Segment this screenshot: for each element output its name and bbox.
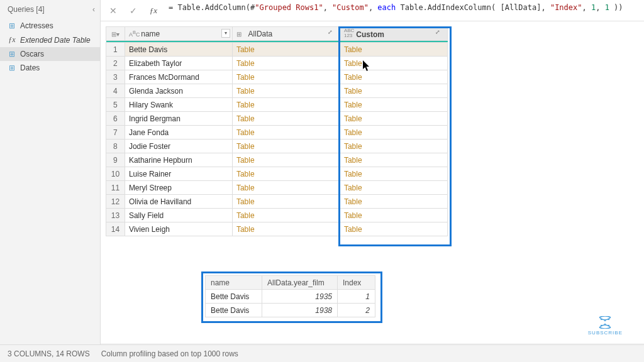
- table-link[interactable]: Table: [344, 128, 362, 137]
- cell-alldata[interactable]: Table: [232, 222, 340, 236]
- row-number[interactable]: 8: [106, 140, 125, 153]
- table-row[interactable]: 11Meryl StreepTableTable: [106, 181, 448, 195]
- cell-custom[interactable]: Table: [340, 153, 447, 167]
- table-link[interactable]: Table: [236, 87, 255, 96]
- cell-name[interactable]: Luise Rainer: [125, 167, 232, 181]
- row-number[interactable]: 9: [106, 153, 125, 167]
- table-link[interactable]: Table: [236, 142, 255, 151]
- table-link[interactable]: Table: [236, 59, 255, 68]
- preview-row[interactable]: Bette Davis19382: [206, 304, 375, 317]
- cell-custom[interactable]: Table: [340, 140, 447, 153]
- cell-name[interactable]: Elizabeth Taylor: [125, 57, 232, 70]
- row-number[interactable]: 4: [106, 84, 125, 98]
- table-link[interactable]: Table: [236, 114, 255, 123]
- cell-custom[interactable]: Table: [340, 195, 447, 209]
- cell-alldata[interactable]: Table: [232, 84, 340, 98]
- cell-name[interactable]: Bette Davis: [125, 43, 232, 57]
- cell-alldata[interactable]: Table: [232, 140, 340, 153]
- filter-dropdown-icon[interactable]: ▾: [221, 29, 230, 38]
- table-row[interactable]: 4Glenda JacksonTableTable: [106, 84, 448, 98]
- data-grid[interactable]: ⊞▾ ABC name ▾ ⊞ AllData ⤢ ABC123 Custom: [106, 26, 448, 236]
- cell-custom[interactable]: Table: [340, 57, 447, 70]
- table-row[interactable]: 3Frances McDormandTableTable: [106, 70, 448, 84]
- cell-custom[interactable]: Table: [340, 167, 447, 181]
- query-item-dates[interactable]: ⊞Dates: [0, 61, 100, 75]
- cell-name[interactable]: Hilary Swank: [125, 98, 232, 112]
- cell-name[interactable]: Katharine Hepburn: [125, 153, 232, 167]
- formula-input[interactable]: = Table.AddColumn(#"Grouped Rows1", "Cus…: [165, 3, 640, 18]
- query-item-extended-date-table[interactable]: ƒxExtended Date Table: [0, 33, 100, 47]
- preview-col-name[interactable]: name: [206, 276, 262, 290]
- row-number[interactable]: 5: [106, 98, 125, 112]
- table-row[interactable]: 10Luise RainerTableTable: [106, 167, 448, 181]
- table-row[interactable]: 2Elizabeth TaylorTableTable: [106, 57, 448, 70]
- table-row[interactable]: 13Sally FieldTableTable: [106, 209, 448, 222]
- table-link[interactable]: Table: [344, 197, 362, 206]
- table-link[interactable]: Table: [236, 225, 255, 234]
- cell-custom[interactable]: Table: [340, 222, 447, 236]
- cell-alldata[interactable]: Table: [232, 112, 340, 126]
- cell-custom[interactable]: Table: [340, 98, 447, 112]
- collapse-sidebar-icon[interactable]: ‹: [92, 5, 95, 14]
- cell-custom[interactable]: Table: [340, 181, 447, 195]
- cell-name[interactable]: Ingrid Bergman: [125, 112, 232, 126]
- row-number[interactable]: 6: [106, 112, 125, 126]
- cell-custom[interactable]: Table: [340, 43, 447, 57]
- table-link[interactable]: Table: [344, 211, 362, 220]
- cell-alldata[interactable]: Table: [232, 153, 340, 167]
- table-row[interactable]: 5Hilary SwankTableTable: [106, 98, 448, 112]
- row-number[interactable]: 14: [106, 222, 125, 236]
- table-row[interactable]: 6Ingrid BergmanTableTable: [106, 112, 448, 126]
- cell-name[interactable]: Frances McDormand: [125, 70, 232, 84]
- table-row[interactable]: 14Vivien LeighTableTable: [106, 222, 448, 236]
- preview-table[interactable]: name AllData.year_film Index Bette Davis…: [205, 275, 375, 317]
- cell-name[interactable]: Jane Fonda: [125, 126, 232, 140]
- row-number[interactable]: 12: [106, 195, 125, 209]
- cell-name[interactable]: Glenda Jackson: [125, 84, 232, 98]
- column-header-custom[interactable]: ABC123 Custom ⤢: [340, 27, 447, 41]
- table-link[interactable]: Table: [236, 101, 255, 109]
- cell-alldata[interactable]: Table: [232, 57, 340, 70]
- cell-alldata[interactable]: Table: [232, 181, 340, 195]
- table-row[interactable]: 9Katharine HepburnTableTable: [106, 153, 448, 167]
- table-link[interactable]: Table: [344, 59, 362, 68]
- cell-alldata[interactable]: Table: [232, 195, 340, 209]
- table-row[interactable]: 1Bette DavisTableTable: [106, 43, 448, 57]
- row-number[interactable]: 13: [106, 209, 125, 222]
- table-link[interactable]: Table: [236, 170, 255, 178]
- row-number[interactable]: 10: [106, 167, 125, 181]
- cell-custom[interactable]: Table: [340, 70, 447, 84]
- query-item-actresses[interactable]: ⊞Actresses: [0, 19, 100, 33]
- cell-alldata[interactable]: Table: [232, 209, 340, 222]
- row-number[interactable]: 11: [106, 181, 125, 195]
- column-header-name[interactable]: ABC name ▾: [125, 27, 232, 41]
- cell-alldata[interactable]: Table: [232, 167, 340, 181]
- corner-cell[interactable]: ⊞▾: [106, 27, 125, 41]
- cancel-formula-icon[interactable]: ✕: [104, 3, 122, 18]
- table-row[interactable]: 7Jane FondaTableTable: [106, 126, 448, 140]
- table-link[interactable]: Table: [236, 128, 255, 137]
- cell-custom[interactable]: Table: [340, 112, 447, 126]
- table-link[interactable]: Table: [236, 197, 255, 206]
- preview-col-index[interactable]: Index: [338, 276, 375, 290]
- table-link[interactable]: Table: [344, 170, 362, 178]
- row-number[interactable]: 7: [106, 126, 125, 140]
- cell-custom[interactable]: Table: [340, 84, 447, 98]
- fx-icon[interactable]: ƒx: [145, 3, 162, 18]
- table-link[interactable]: Table: [236, 156, 255, 165]
- table-link[interactable]: Table: [344, 101, 362, 109]
- table-row[interactable]: 8Jodie FosterTableTable: [106, 140, 448, 153]
- table-link[interactable]: Table: [344, 156, 362, 165]
- row-number[interactable]: 1: [106, 43, 125, 57]
- commit-formula-icon[interactable]: ✓: [125, 3, 142, 18]
- table-link[interactable]: Table: [344, 73, 362, 82]
- cell-alldata[interactable]: Table: [232, 126, 340, 140]
- table-link[interactable]: Table: [236, 73, 255, 82]
- table-row[interactable]: 12Olivia de HavillandTableTable: [106, 195, 448, 209]
- table-link[interactable]: Table: [344, 184, 362, 192]
- preview-row[interactable]: Bette Davis19351: [206, 290, 375, 304]
- cell-alldata[interactable]: Table: [232, 43, 340, 57]
- table-link[interactable]: Table: [344, 45, 362, 54]
- subscribe-badge[interactable]: SUBSCRIBE: [588, 316, 623, 336]
- cell-name[interactable]: Jodie Foster: [125, 140, 232, 153]
